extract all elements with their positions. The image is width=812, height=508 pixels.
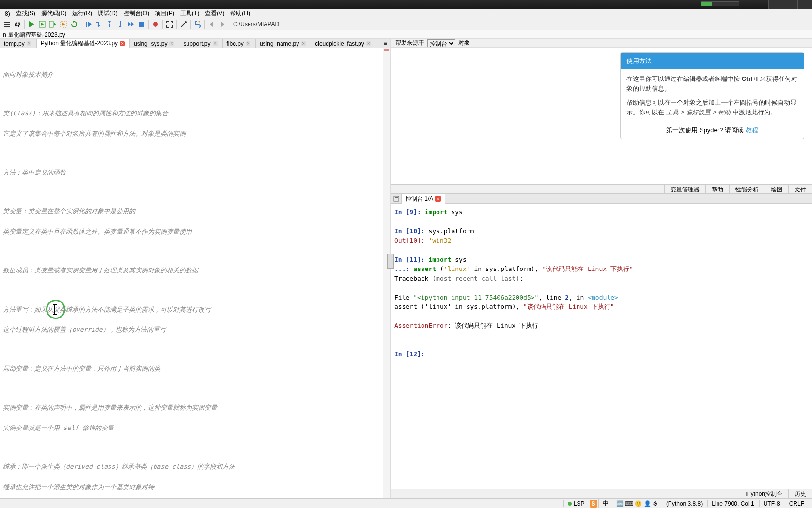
- console-tab-1a[interactable]: 控制台 1/A×: [401, 193, 445, 204]
- tab-help[interactable]: 帮助: [705, 185, 729, 193]
- svg-marker-18: [128, 22, 131, 27]
- menu-run[interactable]: 运行(R): [69, 8, 95, 18]
- svg-rect-1: [4, 24, 10, 25]
- help-card-footer: 第一次使用 Spyder? 请阅读 教程: [621, 122, 804, 139]
- svg-rect-15: [109, 24, 110, 27]
- svg-marker-12: [88, 22, 92, 27]
- debug-stepout-icon[interactable]: [115, 19, 125, 29]
- text-cursor-icon: [54, 305, 55, 314]
- menubar: 8) 查找(S) 源代码(C) 运行(R) 调试(D) 控制台(O) 项目(P)…: [0, 9, 812, 18]
- menu-tools[interactable]: 工具(T): [177, 8, 202, 18]
- tab-profiler[interactable]: 性能分析: [729, 185, 765, 193]
- tab-variables[interactable]: 变量管理器: [664, 185, 705, 193]
- menu-view[interactable]: 查看(V): [202, 8, 227, 18]
- svg-rect-17: [120, 21, 121, 25]
- tab-files[interactable]: 文件: [788, 185, 812, 193]
- close-icon[interactable]: ×: [301, 41, 306, 46]
- right-pane-tabs: 变量管理器 帮助 性能分析 绘图 文件: [391, 184, 812, 194]
- menu-project[interactable]: 项目(P): [152, 8, 177, 18]
- tab-fibo[interactable]: fibo.py×: [223, 39, 256, 48]
- svg-marker-5: [41, 23, 44, 26]
- close-button[interactable]: [797, 0, 812, 9]
- run-cell-icon[interactable]: [37, 19, 47, 29]
- splitter-handle[interactable]: [387, 254, 394, 269]
- svg-marker-16: [119, 25, 122, 27]
- nav-forward-icon[interactable]: [218, 19, 227, 29]
- run-cell-advance-icon[interactable]: [48, 19, 58, 29]
- tab-temp[interactable]: temp.py×: [0, 39, 37, 48]
- debug-stepinto-icon[interactable]: [105, 19, 114, 29]
- status-python: (Python 3.8.8): [662, 500, 706, 507]
- sogou-icon[interactable]: S: [590, 500, 597, 508]
- menu-source[interactable]: 源代码(C): [38, 8, 70, 18]
- help-body: 使用方法 在这里你可以通过在编辑器或者终端中按 Ctrl+I 来获得任何对象的帮…: [391, 48, 812, 184]
- status-encoding: UTF-8: [759, 500, 784, 507]
- working-directory: C:\Users\MIAPAD: [233, 21, 279, 28]
- menu-console[interactable]: 控制台(O): [121, 8, 152, 18]
- help-source-header: 帮助来源于 控制台 对象: [391, 39, 812, 48]
- svg-rect-27: [395, 197, 398, 198]
- preferences-icon[interactable]: [179, 19, 188, 29]
- help-source-select[interactable]: 控制台: [427, 39, 455, 47]
- tab-menu-icon[interactable]: ≡: [381, 39, 390, 48]
- console-menu-icon[interactable]: [391, 194, 401, 203]
- svg-marker-14: [108, 21, 111, 24]
- help-para-1: 在这里你可以通过在编辑器或者终端中按 Ctrl+I 来获得任何对象的帮助信息。: [626, 74, 798, 93]
- status-ime[interactable]: 中: [598, 499, 612, 508]
- help-card-title: 使用方法: [621, 53, 804, 69]
- svg-point-21: [153, 22, 158, 27]
- svg-marker-24: [210, 22, 213, 27]
- debug-stop-icon[interactable]: [137, 19, 146, 29]
- close-icon[interactable]: ×: [27, 41, 31, 46]
- tab-main[interactable]: Python 量化编程基础-2023.py×: [37, 39, 130, 48]
- menu-help[interactable]: 帮助(H): [227, 8, 253, 18]
- svg-rect-0: [4, 22, 10, 23]
- code-editor[interactable]: 面向对象技术简介 类(Class)：用来描述具有相同的属性和方法的对象的集合 它…: [0, 48, 390, 498]
- svg-rect-2: [4, 26, 10, 27]
- status-led-icon: [568, 502, 572, 506]
- svg-marker-9: [62, 23, 65, 26]
- ipython-console[interactable]: In [9]: import sys In [10]: sys.platform…: [391, 204, 812, 489]
- tab-cloudpickle[interactable]: cloudpickle_fast.py×: [311, 39, 376, 48]
- debug-continue-icon[interactable]: [126, 19, 136, 29]
- run-selection-icon[interactable]: [59, 19, 68, 29]
- menu-find[interactable]: 查找(S): [13, 8, 38, 18]
- close-icon[interactable]: ×: [213, 41, 218, 46]
- run-icon[interactable]: [27, 19, 36, 29]
- ime-icons[interactable]: 🔤 ⌨ 🙂 👤 ⚙: [613, 500, 661, 507]
- tab-using-sys[interactable]: using_sys.py×: [130, 39, 179, 48]
- menu-debug[interactable]: 调试(D): [95, 8, 121, 18]
- console-bottom-tabs: IPython控制台 历史: [391, 489, 812, 498]
- svg-marker-19: [131, 22, 134, 27]
- right-pane: 帮助来源于 控制台 对象 使用方法 在这里你可以通过在编辑器或者终端中按 Ctr…: [391, 39, 812, 498]
- close-icon[interactable]: ×: [169, 41, 174, 46]
- tab-plots[interactable]: 绘图: [765, 185, 788, 193]
- python-path-icon[interactable]: [193, 19, 203, 29]
- debug-start-icon[interactable]: [83, 19, 93, 29]
- svg-rect-11: [86, 22, 87, 27]
- close-icon[interactable]: ×: [120, 41, 125, 46]
- svg-marker-3: [29, 21, 34, 27]
- rerun-icon[interactable]: [69, 19, 79, 29]
- status-lsp: LSP: [563, 500, 589, 507]
- tutorial-link[interactable]: 教程: [746, 127, 758, 134]
- tab-history[interactable]: 历史: [788, 489, 812, 498]
- show-toolbar-icon[interactable]: [2, 19, 12, 29]
- svg-marker-7: [54, 23, 56, 26]
- nav-back-icon[interactable]: [207, 19, 217, 29]
- titlebar-progress: [701, 1, 739, 6]
- at-icon[interactable]: @: [13, 19, 22, 29]
- fullscreen-icon[interactable]: [165, 19, 174, 29]
- status-line-col: Line 7900, Col 1: [707, 500, 758, 507]
- tab-ipython-console[interactable]: IPython控制台: [739, 489, 788, 498]
- tab-using-name[interactable]: using_name.py×: [256, 39, 311, 48]
- minimize-button[interactable]: [768, 0, 783, 9]
- editor-scrollbar-track[interactable]: [383, 48, 390, 498]
- close-icon[interactable]: ×: [246, 41, 250, 46]
- close-icon[interactable]: ×: [435, 196, 441, 202]
- debug-step-icon[interactable]: [94, 19, 104, 29]
- tab-support[interactable]: support.py×: [179, 39, 222, 48]
- close-icon[interactable]: ×: [366, 41, 371, 46]
- breakpoint-icon[interactable]: [151, 19, 160, 29]
- maximize-button[interactable]: [783, 0, 797, 9]
